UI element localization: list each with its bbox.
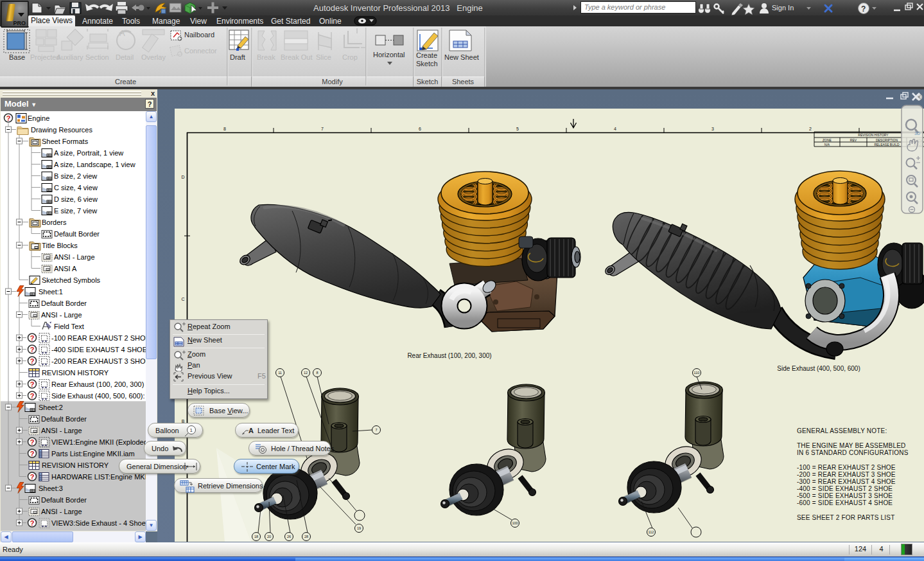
svg-text:Sketch: Sketch <box>416 60 438 67</box>
svg-text:-600 = SIDE EXHAUST 4 SHOE: -600 = SIDE EXHAUST 4 SHOE <box>797 499 893 506</box>
svg-text:Sketched Symbols: Sketched Symbols <box>42 276 101 284</box>
svg-text:?: ? <box>6 114 11 122</box>
svg-text:?: ? <box>30 357 35 365</box>
svg-text:Overlay: Overlay <box>141 53 166 61</box>
svg-text:3: 3 <box>711 127 714 131</box>
svg-text:?: ? <box>30 346 35 353</box>
svg-text:Default Border: Default Border <box>54 230 100 238</box>
svg-text:7: 7 <box>375 428 377 432</box>
svg-text:Rear Exhaust (100, 200, 300): Rear Exhaust (100, 200, 300) <box>407 352 491 359</box>
svg-text:A size, Landscape, 1 view: A size, Landscape, 1 view <box>54 161 135 168</box>
svg-text:VIEW1:Engine MKII (Exploded: VIEW1:Engine MKII (Exploded <box>51 438 146 446</box>
svg-text:18: 18 <box>254 535 258 539</box>
svg-text:HARDWARE LIST:Engine MKII: HARDWARE LIST:Engine MKII <box>51 473 146 481</box>
svg-text:Default Border: Default Border <box>41 496 87 504</box>
svg-text:Break: Break <box>257 53 275 61</box>
svg-text:6: 6 <box>419 127 421 131</box>
svg-text:ANSI - Large: ANSI - Large <box>54 253 95 261</box>
svg-text:B size, 2 view: B size, 2 view <box>54 172 97 180</box>
svg-text:?: ? <box>30 438 35 446</box>
svg-text:Crop: Crop <box>342 53 358 61</box>
svg-text:Break Out: Break Out <box>281 53 313 61</box>
svg-text:Nailboard: Nailboard <box>184 31 214 39</box>
svg-text:?: ? <box>30 380 35 388</box>
svg-text:Sheet:2: Sheet:2 <box>39 404 63 411</box>
svg-text:11: 11 <box>278 371 282 375</box>
svg-text:?: ? <box>30 450 35 458</box>
svg-text:Side Exhaust (400, 500, 600):: Side Exhaust (400, 500, 600): <box>51 392 145 400</box>
svg-text:D size, 6 view: D size, 6 view <box>54 195 98 203</box>
svg-text:New Sheet: New Sheet <box>444 53 479 61</box>
svg-text:C: C <box>181 297 184 301</box>
svg-text:A: A <box>119 28 125 38</box>
svg-text:Drawing Resources: Drawing Resources <box>31 126 92 134</box>
svg-text:Sheet:1: Sheet:1 <box>39 288 63 296</box>
svg-text:Slice: Slice <box>316 53 331 61</box>
svg-text:Horizontal: Horizontal <box>373 51 405 58</box>
svg-text:Parts List:Engine MKII.iam: Parts List:Engine MKII.iam <box>51 450 135 458</box>
svg-text:D: D <box>181 175 184 179</box>
svg-text:112: 112 <box>649 530 654 534</box>
svg-text:-500 = SIDE EXHAUST 3 SHOE: -500 = SIDE EXHAUST 3 SHOE <box>797 492 893 499</box>
svg-text:?: ? <box>861 4 866 13</box>
svg-text:100: 100 <box>512 521 518 525</box>
svg-text:ANSI - Large: ANSI - Large <box>41 508 82 515</box>
svg-text:-100 REAR EXHAUST 2 SHOE: -100 REAR EXHAUST 2 SHOE <box>51 334 146 342</box>
svg-text:110: 110 <box>694 371 700 375</box>
svg-text:THE ENGINE MAY BE ASSEMBLED: THE ENGINE MAY BE ASSEMBLED <box>797 442 906 449</box>
svg-text:4: 4 <box>614 127 616 131</box>
svg-text:Section: Section <box>85 53 109 61</box>
svg-text:ANSI A: ANSI A <box>54 265 77 272</box>
svg-text:8: 8 <box>223 127 226 131</box>
svg-text:7: 7 <box>321 127 324 131</box>
svg-text:C size, 4 view: C size, 4 view <box>54 184 98 191</box>
svg-text:Sheet Formats: Sheet Formats <box>42 138 89 145</box>
svg-text:Detail: Detail <box>116 53 134 61</box>
svg-text:IN 6 STANDARD CONFIGURATIONS: IN 6 STANDARD CONFIGURATIONS <box>797 449 909 456</box>
svg-text:2: 2 <box>809 127 812 131</box>
svg-text:REV: REV <box>850 138 857 142</box>
svg-text:ANSI - Large: ANSI - Large <box>41 311 82 319</box>
svg-text:Create: Create <box>416 51 437 59</box>
svg-text:-200 REAR EXHAUST 3 SHOE: -200 REAR EXHAUST 3 SHOE <box>51 357 146 365</box>
svg-text:1: 1 <box>190 427 193 433</box>
svg-text:Engine: Engine <box>28 114 49 122</box>
svg-text:Field Text: Field Text <box>54 323 84 330</box>
svg-text:Side Exhaust (400, 500, 600): Side Exhaust (400, 500, 600) <box>777 365 860 372</box>
svg-text:-100 = REAR EXHAUST 2 SHOE: -100 = REAR EXHAUST 2 SHOE <box>797 464 896 471</box>
svg-text:REVISION HISTORY: REVISION HISTORY <box>858 133 889 137</box>
svg-text:REVISION HISTORY: REVISION HISTORY <box>42 461 109 469</box>
svg-text:RELEASE BUILD: RELEASE BUILD <box>874 143 900 147</box>
svg-text:Default Border: Default Border <box>41 415 87 423</box>
svg-text:?: ? <box>30 473 35 481</box>
svg-text:VIEW3:Side Exhaust - 4 Shoe.: VIEW3:Side Exhaust - 4 Shoe. <box>51 519 146 527</box>
svg-text:28: 28 <box>304 535 308 539</box>
svg-text:5: 5 <box>516 127 519 131</box>
svg-text:?: ? <box>30 392 35 400</box>
svg-text:ZONE: ZONE <box>823 138 832 142</box>
svg-text:20: 20 <box>267 535 271 539</box>
svg-text:Connector: Connector <box>184 47 217 55</box>
svg-text:Auxiliary: Auxiliary <box>57 53 83 61</box>
svg-text:-300 = REAR EXHAUST 4 SHOE: -300 = REAR EXHAUST 4 SHOE <box>797 478 896 485</box>
svg-text:A: A <box>248 427 254 434</box>
svg-text:12: 12 <box>304 371 308 375</box>
svg-text:N/A: N/A <box>824 143 830 147</box>
svg-text:Borders: Borders <box>42 218 67 226</box>
svg-text:Draft: Draft <box>230 53 245 61</box>
svg-text:GENERAL ASSEMBLY NOTE:: GENERAL ASSEMBLY NOTE: <box>797 427 887 434</box>
svg-text:REVISION HISTORY: REVISION HISTORY <box>42 369 109 377</box>
svg-text:Title Blocks: Title Blocks <box>42 242 78 249</box>
svg-text:?: ? <box>30 334 35 342</box>
svg-text:19: 19 <box>357 526 361 530</box>
svg-text:26: 26 <box>287 535 291 539</box>
svg-text:Rear Exhaust (100, 200, 300): Rear Exhaust (100, 200, 300) <box>51 380 144 388</box>
svg-text:A size, Portrait, 1 view: A size, Portrait, 1 view <box>54 149 123 157</box>
svg-text:-400 SIDE EXHAUST 4 SHOE ::: -400 SIDE EXHAUST 4 SHOE :: <box>51 346 146 353</box>
svg-text:Projected: Projected <box>30 53 60 61</box>
svg-text:3D: 3D <box>914 131 920 136</box>
svg-text:E size, 7 view: E size, 7 view <box>54 207 97 215</box>
svg-text:SEE SHEET 2 FOR PARTS LIST: SEE SHEET 2 FOR PARTS LIST <box>797 514 894 521</box>
svg-text:Base: Base <box>9 53 25 61</box>
svg-text:?: ? <box>30 519 35 527</box>
